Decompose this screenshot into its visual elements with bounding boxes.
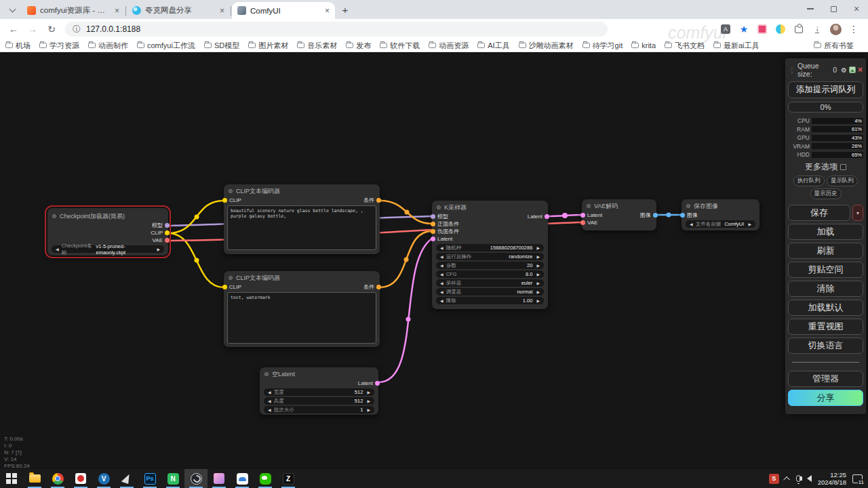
menu-close-icon[interactable]: [858, 65, 863, 75]
collapse-dot-icon[interactable]: [229, 276, 233, 280]
widget-height[interactable]: 高度512: [264, 397, 374, 405]
address-bar[interactable]: 127.0.0.1:8188: [65, 22, 608, 37]
extensions-button[interactable]: [793, 23, 805, 35]
extension-pink-button[interactable]: [756, 23, 768, 35]
back-button[interactable]: [5, 21, 22, 37]
translate-button[interactable]: [719, 23, 732, 35]
bookmark-item[interactable]: 动画资源: [429, 41, 469, 51]
taskbar-capcut[interactable]: [277, 469, 300, 488]
node-title-bar[interactable]: CLIP文本编码器: [224, 186, 380, 197]
load-button[interactable]: 加载: [788, 224, 863, 240]
node-ksampler[interactable]: K采样器 模型 Latent 正面条件 负面条件 Latent 随机种15668…: [432, 201, 548, 309]
output-slot-latent[interactable]: [545, 214, 549, 219]
manager-button[interactable]: 管理器: [788, 371, 863, 387]
taskbar-photoshop[interactable]: [138, 469, 161, 488]
output-slot-model[interactable]: [165, 223, 170, 228]
queue-prompt-button[interactable]: 添加提示词队列: [788, 81, 863, 98]
speaker-icon[interactable]: [807, 475, 812, 482]
taskbar-bolt-app[interactable]: [115, 469, 138, 488]
more-options-row[interactable]: 更多选项: [788, 161, 863, 173]
extension-smile-button[interactable]: [774, 23, 787, 35]
input-slot-clip[interactable]: [222, 285, 227, 289]
settings-gear-icon[interactable]: [841, 66, 847, 74]
node-title-bar[interactable]: CLIP文本编码器: [224, 272, 380, 283]
widget-seed[interactable]: 随机种156680208700286: [436, 244, 544, 251]
input-slot-negative[interactable]: [431, 229, 435, 234]
bookmark-item[interactable]: 机场: [5, 41, 31, 51]
all-bookmarks-button[interactable]: 所有书签: [814, 41, 854, 51]
node-clip-encode-negative[interactable]: CLIP文本编码器 CLIP 条件 text, watermark: [224, 271, 380, 347]
taskbar-explorer[interactable]: [23, 469, 46, 488]
prompt-textarea[interactable]: beautiful scenery nature glass bottle la…: [227, 205, 376, 250]
start-button[interactable]: [0, 469, 23, 488]
downloads-button[interactable]: [811, 23, 823, 35]
browser-menu-button[interactable]: [848, 23, 860, 35]
bookmark-item[interactable]: 动画制作: [88, 41, 128, 51]
profile-button[interactable]: [829, 23, 842, 35]
taskbar-cloud-app[interactable]: [231, 469, 254, 488]
notification-center-icon[interactable]: 11: [852, 474, 863, 483]
clear-button[interactable]: 清除: [788, 281, 863, 297]
output-slot-clip[interactable]: [165, 230, 170, 235]
widget-ckpt-name[interactable]: Checkpoint名称v1-5-pruned-emaonly.ckpt: [52, 245, 164, 253]
bookmark-item[interactable]: 待学习git: [583, 41, 623, 51]
save-dropdown-button[interactable]: [852, 205, 863, 221]
load-default-button[interactable]: 加载默认: [788, 300, 863, 316]
widget-width[interactable]: 宽度512: [264, 388, 374, 396]
tab-close-icon[interactable]: [325, 7, 330, 15]
bookmark-item[interactable]: 沙雕动画素材: [519, 41, 574, 51]
refresh-button[interactable]: 刷新: [788, 243, 863, 259]
tab-search-button[interactable]: [4, 3, 20, 17]
widget-steps[interactable]: 步数20: [436, 262, 544, 269]
reload-button[interactable]: [43, 21, 60, 37]
input-slot-vae[interactable]: [580, 220, 585, 225]
bookmark-item[interactable]: 最新ai工具: [713, 41, 760, 51]
tab-comfyui[interactable]: ComfyUI: [232, 2, 335, 19]
input-slot-positive[interactable]: [431, 222, 435, 226]
input-slot-latent[interactable]: [431, 237, 435, 241]
node-checkpoint-loader[interactable]: Checkpoint加载器(简易) 模型 CLIP VAE Checkpoint…: [47, 208, 168, 256]
collapse-dot-icon[interactable]: [587, 204, 591, 208]
collapse-dot-icon[interactable]: [686, 204, 690, 208]
snip-tool-icon[interactable]: [769, 474, 779, 484]
node-clip-encode-positive[interactable]: CLIP文本编码器 CLIP 条件 beautiful scenery natu…: [224, 184, 380, 254]
node-title-bar[interactable]: VAE解码: [582, 201, 656, 211]
bookmark-item[interactable]: AI工具: [477, 41, 509, 51]
input-slot-latent[interactable]: [580, 213, 585, 218]
output-slot-cond[interactable]: [376, 198, 381, 203]
close-button[interactable]: [845, 0, 868, 18]
output-slot-latent[interactable]: [375, 381, 380, 386]
tab-close-icon[interactable]: [115, 7, 119, 15]
maximize-button[interactable]: [822, 0, 845, 18]
taskbar-wechat[interactable]: [254, 469, 277, 488]
widget-cfg[interactable]: CFG8.0: [436, 270, 544, 278]
bookmark-item[interactable]: krita: [631, 41, 656, 49]
site-info-icon[interactable]: [73, 24, 81, 35]
collapse-dot-icon[interactable]: [52, 214, 56, 218]
gallery-icon[interactable]: [849, 66, 856, 73]
drag-handle-icon[interactable]: [789, 66, 795, 74]
bookmark-item[interactable]: 图片素材: [248, 41, 288, 51]
collapse-dot-icon[interactable]: [437, 205, 441, 209]
node-save-image[interactable]: 保存图像 图像 文件名前缀ComfyUI: [682, 199, 760, 230]
view-history-button[interactable]: 显示历史: [810, 188, 842, 199]
node-title-bar[interactable]: Checkpoint加载器(简易): [47, 211, 168, 222]
switch-language-button[interactable]: 切换语言: [788, 338, 863, 354]
taskbar-red-app[interactable]: [69, 469, 92, 488]
collapse-dot-icon[interactable]: [229, 189, 233, 193]
widget-control-after-generate[interactable]: 运行后操作randomize: [436, 253, 544, 260]
bookmark-item[interactable]: comfyui工作流: [137, 41, 195, 51]
tab-quark[interactable]: 夸克网盘分享: [127, 2, 230, 19]
save-button[interactable]: 保存: [788, 205, 850, 221]
node-vae-decode[interactable]: VAE解码 Latent 图像 VAE: [582, 199, 656, 230]
node-empty-latent[interactable]: 空Latent Latent 宽度512 高度512 批次大小1: [260, 367, 378, 415]
bookmark-item[interactable]: 发布: [346, 41, 371, 51]
taskbar-chrome[interactable]: [46, 469, 69, 488]
taskbar-v-app[interactable]: [92, 469, 115, 488]
widget-filename-prefix[interactable]: 文件名前缀ComfyUI: [686, 220, 755, 228]
reset-view-button[interactable]: 重置视图: [788, 319, 863, 335]
taskbar-clock[interactable]: 12:25 2024/8/18: [818, 471, 846, 486]
widget-scheduler[interactable]: 调度器normal: [436, 288, 544, 296]
input-slot-image[interactable]: [680, 213, 685, 218]
bookmark-star-button[interactable]: [738, 23, 750, 35]
